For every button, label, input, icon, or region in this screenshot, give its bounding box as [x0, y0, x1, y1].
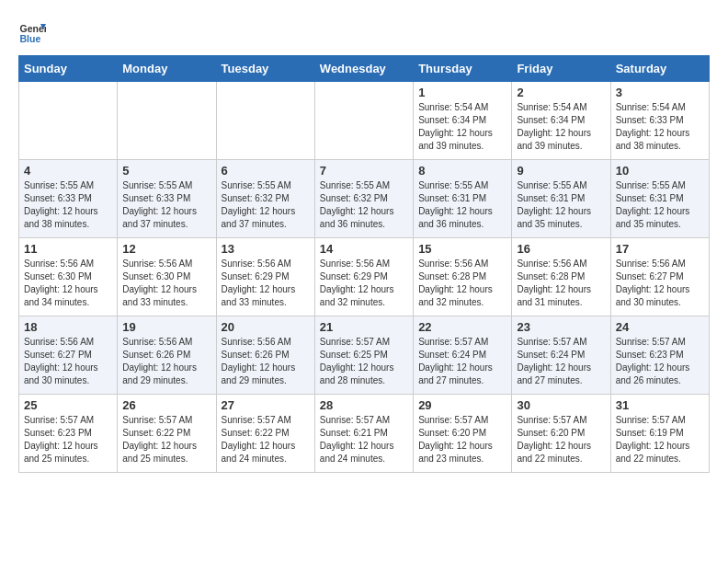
calendar-day-6: 6Sunrise: 5:55 AM Sunset: 6:32 PM Daylig…	[216, 160, 314, 238]
calendar-day-29: 29Sunrise: 5:57 AM Sunset: 6:20 PM Dayli…	[414, 395, 512, 473]
page-header: General Blue	[18, 18, 710, 46]
day-header-sunday: Sunday	[19, 56, 118, 82]
day-number: 16	[517, 242, 605, 256]
calendar-day-31: 31Sunrise: 5:57 AM Sunset: 6:19 PM Dayli…	[610, 395, 709, 473]
calendar-day-4: 4Sunrise: 5:55 AM Sunset: 6:33 PM Daylig…	[19, 160, 118, 238]
day-number: 13	[222, 242, 310, 256]
day-number: 10	[616, 164, 704, 178]
day-detail: Sunrise: 5:55 AM Sunset: 6:32 PM Dayligh…	[320, 179, 408, 231]
day-detail: Sunrise: 5:57 AM Sunset: 6:19 PM Dayligh…	[616, 414, 704, 465]
day-number: 6	[222, 164, 310, 178]
day-header-wednesday: Wednesday	[314, 56, 413, 82]
day-number: 24	[616, 320, 704, 334]
day-detail: Sunrise: 5:55 AM Sunset: 6:31 PM Dayligh…	[418, 179, 506, 231]
calendar-day-15: 15Sunrise: 5:56 AM Sunset: 6:28 PM Dayli…	[414, 238, 512, 316]
calendar-day-14: 14Sunrise: 5:56 AM Sunset: 6:29 PM Dayli…	[314, 238, 413, 316]
day-number: 17	[616, 242, 704, 256]
day-detail: Sunrise: 5:57 AM Sunset: 6:20 PM Dayligh…	[517, 414, 605, 465]
calendar-day-27: 27Sunrise: 5:57 AM Sunset: 6:22 PM Dayli…	[216, 395, 314, 473]
calendar-day-21: 21Sunrise: 5:57 AM Sunset: 6:25 PM Dayli…	[314, 316, 413, 395]
day-number: 8	[418, 164, 506, 178]
day-number: 19	[122, 320, 210, 334]
day-number: 11	[24, 242, 112, 256]
calendar-day-3: 3Sunrise: 5:54 AM Sunset: 6:33 PM Daylig…	[610, 82, 709, 160]
day-detail: Sunrise: 5:57 AM Sunset: 6:23 PM Dayligh…	[24, 414, 112, 465]
day-number: 31	[616, 398, 704, 412]
calendar-day-8: 8Sunrise: 5:55 AM Sunset: 6:31 PM Daylig…	[414, 160, 512, 238]
day-detail: Sunrise: 5:55 AM Sunset: 6:31 PM Dayligh…	[517, 179, 605, 231]
calendar-day-5: 5Sunrise: 5:55 AM Sunset: 6:33 PM Daylig…	[118, 160, 216, 238]
calendar-week-5: 25Sunrise: 5:57 AM Sunset: 6:23 PM Dayli…	[19, 395, 710, 473]
calendar-empty	[19, 82, 118, 160]
day-number: 15	[418, 242, 506, 256]
calendar-week-3: 11Sunrise: 5:56 AM Sunset: 6:30 PM Dayli…	[19, 238, 710, 316]
calendar-week-4: 18Sunrise: 5:56 AM Sunset: 6:27 PM Dayli…	[19, 316, 710, 395]
day-detail: Sunrise: 5:56 AM Sunset: 6:29 PM Dayligh…	[222, 258, 310, 309]
day-detail: Sunrise: 5:55 AM Sunset: 6:33 PM Dayligh…	[122, 179, 210, 231]
calendar-day-13: 13Sunrise: 5:56 AM Sunset: 6:29 PM Dayli…	[216, 238, 314, 316]
day-number: 26	[122, 398, 210, 412]
day-detail: Sunrise: 5:57 AM Sunset: 6:25 PM Dayligh…	[320, 336, 408, 387]
calendar-day-7: 7Sunrise: 5:55 AM Sunset: 6:32 PM Daylig…	[314, 160, 413, 238]
calendar-day-28: 28Sunrise: 5:57 AM Sunset: 6:21 PM Dayli…	[314, 395, 413, 473]
day-detail: Sunrise: 5:57 AM Sunset: 6:23 PM Dayligh…	[616, 336, 704, 387]
calendar-empty	[314, 82, 413, 160]
day-detail: Sunrise: 5:55 AM Sunset: 6:31 PM Dayligh…	[616, 179, 704, 231]
calendar-table: SundayMondayTuesdayWednesdayThursdayFrid…	[18, 55, 710, 473]
day-detail: Sunrise: 5:56 AM Sunset: 6:26 PM Dayligh…	[122, 336, 210, 387]
day-header-thursday: Thursday	[414, 56, 512, 82]
day-detail: Sunrise: 5:57 AM Sunset: 6:24 PM Dayligh…	[517, 336, 605, 387]
calendar-day-25: 25Sunrise: 5:57 AM Sunset: 6:23 PM Dayli…	[19, 395, 118, 473]
day-detail: Sunrise: 5:57 AM Sunset: 6:22 PM Dayligh…	[122, 414, 210, 465]
day-number: 21	[320, 320, 408, 334]
calendar-day-23: 23Sunrise: 5:57 AM Sunset: 6:24 PM Dayli…	[512, 316, 610, 395]
day-number: 3	[616, 86, 704, 99]
day-detail: Sunrise: 5:57 AM Sunset: 6:22 PM Dayligh…	[222, 414, 310, 465]
calendar-day-24: 24Sunrise: 5:57 AM Sunset: 6:23 PM Dayli…	[610, 316, 709, 395]
calendar-day-26: 26Sunrise: 5:57 AM Sunset: 6:22 PM Dayli…	[118, 395, 216, 473]
calendar-day-30: 30Sunrise: 5:57 AM Sunset: 6:20 PM Dayli…	[512, 395, 610, 473]
calendar-header-row: SundayMondayTuesdayWednesdayThursdayFrid…	[19, 56, 710, 82]
day-detail: Sunrise: 5:56 AM Sunset: 6:28 PM Dayligh…	[517, 258, 605, 309]
logo-icon: General Blue	[18, 18, 46, 46]
calendar-empty	[118, 82, 216, 160]
day-number: 9	[517, 164, 605, 178]
calendar-day-16: 16Sunrise: 5:56 AM Sunset: 6:28 PM Dayli…	[512, 238, 610, 316]
calendar-day-10: 10Sunrise: 5:55 AM Sunset: 6:31 PM Dayli…	[610, 160, 709, 238]
calendar-week-1: 1Sunrise: 5:54 AM Sunset: 6:34 PM Daylig…	[19, 82, 710, 160]
day-detail: Sunrise: 5:56 AM Sunset: 6:27 PM Dayligh…	[24, 336, 112, 387]
calendar-empty	[216, 82, 314, 160]
day-detail: Sunrise: 5:55 AM Sunset: 6:32 PM Dayligh…	[222, 179, 310, 231]
day-number: 12	[122, 242, 210, 256]
calendar-day-11: 11Sunrise: 5:56 AM Sunset: 6:30 PM Dayli…	[19, 238, 118, 316]
day-number: 18	[24, 320, 112, 334]
calendar-day-1: 1Sunrise: 5:54 AM Sunset: 6:34 PM Daylig…	[414, 82, 512, 160]
logo: General Blue	[18, 18, 46, 46]
day-detail: Sunrise: 5:56 AM Sunset: 6:27 PM Dayligh…	[616, 258, 704, 309]
day-detail: Sunrise: 5:56 AM Sunset: 6:26 PM Dayligh…	[222, 336, 310, 387]
day-detail: Sunrise: 5:57 AM Sunset: 6:20 PM Dayligh…	[418, 414, 506, 465]
day-number: 23	[517, 320, 605, 334]
day-detail: Sunrise: 5:54 AM Sunset: 6:34 PM Dayligh…	[418, 101, 506, 153]
day-number: 27	[222, 398, 310, 412]
day-number: 28	[320, 398, 408, 412]
day-number: 30	[517, 398, 605, 412]
calendar-day-22: 22Sunrise: 5:57 AM Sunset: 6:24 PM Dayli…	[414, 316, 512, 395]
day-number: 20	[222, 320, 310, 334]
day-header-tuesday: Tuesday	[216, 56, 314, 82]
day-number: 22	[418, 320, 506, 334]
day-number: 25	[24, 398, 112, 412]
day-header-friday: Friday	[512, 56, 610, 82]
day-detail: Sunrise: 5:56 AM Sunset: 6:30 PM Dayligh…	[24, 258, 112, 309]
day-detail: Sunrise: 5:57 AM Sunset: 6:24 PM Dayligh…	[418, 336, 506, 387]
day-number: 5	[122, 164, 210, 178]
day-detail: Sunrise: 5:56 AM Sunset: 6:29 PM Dayligh…	[320, 258, 408, 309]
day-number: 29	[418, 398, 506, 412]
day-detail: Sunrise: 5:54 AM Sunset: 6:34 PM Dayligh…	[517, 101, 605, 153]
day-detail: Sunrise: 5:56 AM Sunset: 6:30 PM Dayligh…	[122, 258, 210, 309]
calendar-day-2: 2Sunrise: 5:54 AM Sunset: 6:34 PM Daylig…	[512, 82, 610, 160]
calendar-day-17: 17Sunrise: 5:56 AM Sunset: 6:27 PM Dayli…	[610, 238, 709, 316]
day-number: 14	[320, 242, 408, 256]
day-number: 4	[24, 164, 112, 178]
calendar-body: 1Sunrise: 5:54 AM Sunset: 6:34 PM Daylig…	[19, 82, 710, 473]
